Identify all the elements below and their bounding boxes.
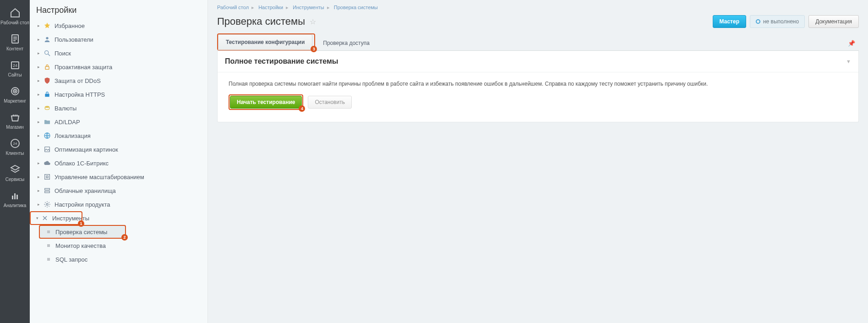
nav-desktop[interactable]: Рабочий стол bbox=[0, 3, 30, 29]
layers-icon bbox=[10, 164, 21, 175]
chevron-right-icon[interactable]: ▸ bbox=[36, 133, 41, 138]
tree-item[interactable]: ▸Пользователи bbox=[30, 33, 207, 46]
panel-desc: Полная проверка системы помогает найти п… bbox=[229, 81, 847, 87]
crumb-sep: ▸ bbox=[251, 5, 254, 10]
tree-item-label: Защита от DDoS bbox=[55, 77, 101, 84]
chevron-right-icon[interactable]: ▸ bbox=[36, 37, 41, 42]
callout-badge-4: 4 bbox=[299, 105, 305, 112]
chevron-right-icon[interactable]: ▸ bbox=[36, 188, 41, 193]
tree-subitem[interactable]: Монитор качества bbox=[30, 239, 207, 252]
master-button[interactable]: Мастер bbox=[713, 15, 746, 28]
svg-rect-11 bbox=[12, 196, 13, 199]
start-test-button[interactable]: Начать тестирование bbox=[230, 96, 302, 109]
panel-head: Полное тестирование системы ▼ bbox=[218, 51, 858, 72]
svg-point-15 bbox=[45, 51, 49, 55]
breadcrumb: Рабочий стол▸ Настройки▸ Инструменты▸ Пр… bbox=[217, 5, 859, 11]
tree-item-label: Инструменты bbox=[52, 215, 89, 222]
coin-icon bbox=[44, 104, 51, 112]
svg-line-16 bbox=[48, 54, 50, 56]
tree-item[interactable]: ▸Избранное bbox=[30, 19, 207, 33]
tab-access-check[interactable]: Проверка доступа bbox=[315, 35, 377, 50]
crumb[interactable]: Рабочий стол bbox=[217, 5, 249, 10]
chevron-right-icon[interactable]: ▸ bbox=[36, 65, 41, 69]
content-area: Рабочий стол▸ Настройки▸ Инструменты▸ Пр… bbox=[208, 0, 868, 323]
chevron-right-icon[interactable]: ▸ bbox=[36, 51, 41, 55]
nav-shop[interactable]: Магазин bbox=[0, 107, 30, 133]
svg-rect-17 bbox=[45, 66, 49, 69]
sidebar-tree: ▸Избранное▸Пользователи▸Поиск▸Проактивна… bbox=[30, 19, 207, 266]
panel-title: Полное тестирование системы bbox=[225, 57, 338, 66]
crumb[interactable]: Инструменты bbox=[293, 5, 324, 10]
tree-item[interactable]: ▸Настройки продукта bbox=[30, 197, 207, 211]
chevron-right-icon[interactable]: ▸ bbox=[36, 202, 41, 207]
tree-item[interactable]: ▸Валюты bbox=[30, 101, 207, 115]
crumb-sep: ▸ bbox=[327, 5, 330, 10]
tree-item[interactable]: ▸Облако 1С-Битрикс bbox=[30, 156, 207, 170]
main-nav: Рабочий стол Контент 24 Сайты Маркетинг … bbox=[0, 0, 30, 323]
tree-item-label: Поиск bbox=[55, 50, 71, 57]
nav-marketing[interactable]: Маркетинг bbox=[0, 81, 30, 107]
nav-clients[interactable]: 24 Клиенты bbox=[0, 133, 30, 159]
tree-subitem-label: SQL запрос bbox=[55, 256, 87, 263]
bullet-icon bbox=[47, 244, 50, 247]
clients-icon: 24 bbox=[10, 138, 21, 149]
tree-subitem-label: Проверка системы bbox=[55, 229, 107, 235]
tree-item[interactable]: ▸Настройка HTTPS bbox=[30, 88, 207, 101]
tree-item[interactable]: ▸Управление масштабированием bbox=[30, 170, 207, 184]
chevron-down-icon[interactable]: ▾ bbox=[36, 216, 38, 220]
star-icon bbox=[44, 22, 51, 29]
tree-item[interactable]: ▸Защита от DDoS bbox=[30, 74, 207, 88]
tab-config-test[interactable]: Тестирование конфигурации bbox=[218, 34, 312, 50]
tree-item[interactable]: ▸AD/LDAP bbox=[30, 115, 207, 129]
nav-services[interactable]: Сервисы bbox=[0, 159, 30, 186]
page-title: Проверка системы bbox=[217, 16, 305, 27]
https-icon bbox=[44, 91, 51, 98]
chevron-right-icon[interactable]: ▸ bbox=[36, 78, 41, 83]
nav-label: Аналитика bbox=[4, 203, 27, 208]
nav-sites[interactable]: 24 Сайты bbox=[0, 55, 30, 81]
crumb[interactable]: Проверка системы bbox=[334, 5, 378, 10]
tree-item-label: Настройки продукта bbox=[55, 201, 110, 208]
pin-icon[interactable]: 📌 bbox=[844, 36, 859, 50]
chevron-right-icon[interactable]: ▸ bbox=[36, 161, 41, 165]
panel: Полное тестирование системы ▼ Полная про… bbox=[217, 51, 859, 122]
tree-item[interactable]: ▸Проактивная защита bbox=[30, 60, 207, 74]
tree-item-label: Облако 1С-Битрикс bbox=[55, 160, 109, 167]
svg-rect-18 bbox=[45, 94, 49, 97]
tree-item-label: Облачные хранилища bbox=[55, 187, 116, 194]
status-text: не выполнено bbox=[763, 18, 799, 25]
sidebar: Настройки ▸Избранное▸Пользователи▸Поиск▸… bbox=[30, 0, 208, 323]
svg-rect-24 bbox=[45, 191, 50, 192]
tree-item[interactable]: ▸Облачные хранилища bbox=[30, 184, 207, 197]
chevron-right-icon[interactable]: ▸ bbox=[36, 92, 41, 97]
tree-subitem[interactable]: Проверка системы2 bbox=[39, 225, 126, 239]
bullet-icon bbox=[47, 258, 50, 261]
tools-icon bbox=[41, 214, 49, 222]
nav-content[interactable]: Контент bbox=[0, 29, 30, 55]
svg-point-25 bbox=[46, 203, 48, 205]
svg-rect-21 bbox=[45, 147, 50, 152]
tree-item[interactable]: ▾Инструменты1 bbox=[30, 211, 82, 225]
chevron-right-icon[interactable]: ▸ bbox=[36, 147, 41, 152]
tree-item-label: AD/LDAP bbox=[55, 119, 80, 126]
documentation-button[interactable]: Документация bbox=[808, 15, 859, 28]
tree-item[interactable]: ▸Поиск bbox=[30, 46, 207, 60]
chevron-right-icon[interactable]: ▸ bbox=[36, 23, 41, 28]
nav-analytics[interactable]: Аналитика bbox=[0, 186, 30, 212]
opt-icon bbox=[44, 146, 51, 153]
favorite-star-icon[interactable]: ☆ bbox=[310, 17, 316, 26]
tab-bar: Тестирование конфигурации 3 Проверка дос… bbox=[217, 33, 859, 51]
collapse-icon[interactable]: ▼ bbox=[846, 59, 851, 64]
tree-subitem[interactable]: SQL запрос bbox=[30, 252, 207, 266]
tree-item[interactable]: ▸Локализация bbox=[30, 129, 207, 142]
tree-item-label: Избранное bbox=[55, 22, 85, 29]
cal-icon: 24 bbox=[10, 60, 21, 71]
tree-item[interactable]: ▸Оптимизация картинок bbox=[30, 142, 207, 156]
stop-test-button[interactable]: Остановить bbox=[308, 96, 352, 109]
scale-icon bbox=[44, 173, 51, 181]
chevron-right-icon[interactable]: ▸ bbox=[36, 120, 41, 124]
tree-item-label: Локализация bbox=[55, 132, 91, 139]
chevron-right-icon[interactable]: ▸ bbox=[36, 106, 41, 110]
crumb[interactable]: Настройки bbox=[258, 5, 283, 10]
chevron-right-icon[interactable]: ▸ bbox=[36, 175, 41, 179]
